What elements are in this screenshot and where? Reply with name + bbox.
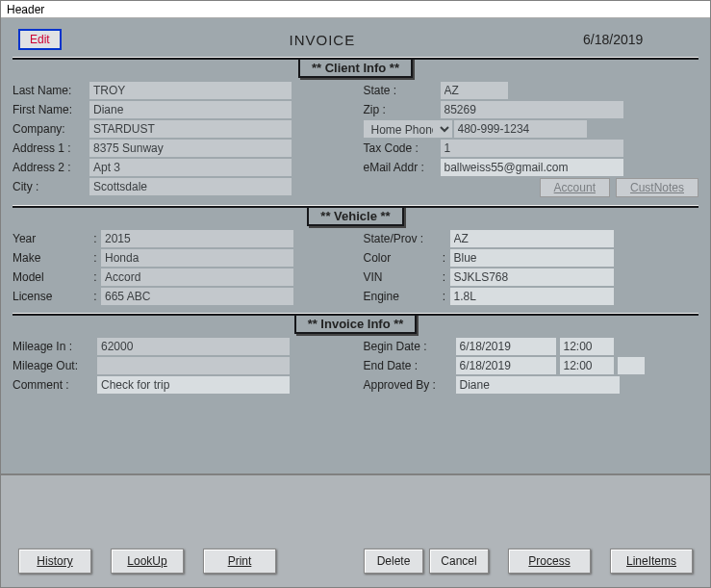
label-tax-code: Tax Code : <box>364 141 441 155</box>
section-vehicle: ** Vehicle ** <box>307 206 403 226</box>
address-1-input[interactable] <box>89 140 292 157</box>
end-date-input[interactable] <box>456 357 556 374</box>
cust-notes-button[interactable]: CustNotes <box>616 178 698 197</box>
section-invoice-info: ** Invoice Info ** <box>294 314 418 334</box>
label-address-1: Address 1 : <box>13 141 89 155</box>
tax-code-input[interactable] <box>441 140 623 157</box>
end-extra-input[interactable] <box>618 357 645 374</box>
last-name-input[interactable] <box>89 82 292 99</box>
city-input[interactable] <box>89 178 292 195</box>
delete-button[interactable]: Delete <box>364 549 423 574</box>
zip-input[interactable] <box>441 101 623 118</box>
label-city: City : <box>13 180 89 193</box>
make-input[interactable] <box>101 249 293 267</box>
label-mileage-out: Mileage Out: <box>13 359 97 372</box>
history-button[interactable]: History <box>18 549 91 574</box>
window-title: Header <box>1 1 710 18</box>
label-address-2: Address 2 : <box>13 161 89 174</box>
label-vin: VIN <box>364 270 441 284</box>
label-license: License <box>13 290 89 303</box>
color-input[interactable] <box>450 249 614 267</box>
label-comment: Comment : <box>13 378 97 392</box>
cancel-button[interactable]: Cancel <box>429 549 489 574</box>
label-engine: Engine <box>364 290 441 303</box>
state-input[interactable] <box>441 82 508 99</box>
begin-date-input[interactable] <box>456 338 556 355</box>
comment-input[interactable] <box>97 376 290 394</box>
license-input[interactable] <box>101 288 293 305</box>
label-begin-date: Begin Date : <box>364 340 456 353</box>
mileage-in-input[interactable] <box>97 338 290 355</box>
label-state-prov: State/Prov : <box>364 232 450 245</box>
label-company: Company: <box>13 122 89 136</box>
begin-time-input[interactable] <box>560 338 614 355</box>
label-color: Color <box>364 251 441 265</box>
line-items-button[interactable]: LineItems <box>610 549 693 574</box>
model-input[interactable] <box>101 268 293 286</box>
label-make: Make <box>13 251 89 265</box>
form-date: 6/18/2019 <box>583 32 698 47</box>
print-button[interactable]: Print <box>203 549 276 574</box>
label-state: State : <box>364 84 441 97</box>
label-approved-by: Approved By : <box>364 378 456 392</box>
edit-button[interactable]: Edit <box>18 29 62 50</box>
lookup-button[interactable]: LookUp <box>111 549 184 574</box>
form-title: INVOICE <box>62 32 583 48</box>
year-input[interactable] <box>101 230 293 247</box>
phone-input[interactable] <box>454 120 587 138</box>
label-zip: Zip : <box>364 103 441 116</box>
process-button[interactable]: Process <box>508 549 591 574</box>
label-first-name: First Name: <box>13 103 89 116</box>
approved-by-input[interactable] <box>456 376 620 394</box>
first-name-input[interactable] <box>89 101 292 118</box>
engine-input[interactable] <box>450 288 614 305</box>
mileage-out-input[interactable] <box>97 357 290 374</box>
label-mileage-in: Mileage In : <box>13 340 97 353</box>
section-client-info: ** Client Info ** <box>298 58 413 78</box>
label-last-name: Last Name: <box>13 84 89 97</box>
address-2-input[interactable] <box>89 159 292 176</box>
label-end-date: End Date : <box>364 359 456 372</box>
company-input[interactable] <box>89 120 292 138</box>
phone-type-select[interactable]: Home Phone <box>364 120 452 138</box>
state-prov-input[interactable] <box>450 230 614 247</box>
label-model: Model <box>13 270 89 284</box>
end-time-input[interactable] <box>560 357 614 374</box>
label-year: Year <box>13 232 89 245</box>
label-email: eMail Addr : <box>364 161 441 174</box>
email-input[interactable] <box>441 159 623 176</box>
vin-input[interactable] <box>450 268 614 286</box>
account-button[interactable]: Account <box>540 178 610 197</box>
